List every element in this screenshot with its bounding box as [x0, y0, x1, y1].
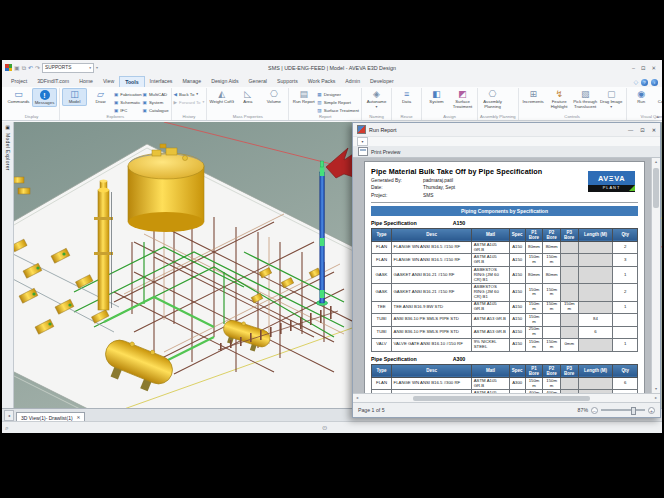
cell: GASK	[372, 284, 392, 301]
ribbon-button-simple-report[interactable]: ▥Simple Report	[317, 98, 359, 106]
ribbon-button-feature-highlight[interactable]: ↯Feature Highlight	[547, 88, 572, 110]
ribbon-tab-3dfindit-com[interactable]: 3DFindIT.com	[32, 76, 74, 87]
restore-button[interactable]: ⊡	[641, 65, 646, 71]
ribbon-button-run[interactable]: ◉Run	[629, 88, 654, 106]
ribbon-button-back-to[interactable]: ◀Back To▾	[174, 90, 205, 98]
info-icon[interactable]: i	[651, 79, 658, 86]
ribbon-tab-design-aids[interactable]: Design Aids	[206, 76, 243, 87]
ribbon-group-naming: ◈Autoname▾Naming	[362, 88, 392, 120]
explorer-check-ifc[interactable]: ▣IFC	[114, 106, 142, 114]
qat-customize-icon[interactable]: ▾	[96, 64, 98, 72]
ribbon-button-run-report[interactable]: ▤Run Report	[291, 88, 316, 106]
storage-tank[interactable]	[128, 144, 204, 232]
button-label: Draw	[95, 100, 105, 105]
dialog-title-bar[interactable]: Run Report — ⊡ ✕	[353, 123, 660, 136]
cell: 2	[613, 241, 638, 253]
view-tab-close-icon[interactable]: ✕	[77, 415, 81, 420]
dialog-minimize-button[interactable]: —	[628, 127, 633, 133]
ribbon-button-commands[interactable]: ▭Commands	[6, 88, 31, 106]
toolbar-dropdown-button[interactable]: ▾	[357, 137, 368, 146]
ribbon-tab-tools[interactable]: Tools	[119, 76, 144, 87]
ribbon-button-assembly-planning[interactable]: ⎔Assembly Planning	[480, 88, 505, 110]
cell: ASBESTOS RING (JM 60 CR) B1	[472, 266, 509, 283]
surface-treatment-icon: ▨	[317, 108, 321, 113]
button-label: Volume	[267, 100, 281, 105]
ribbon-button-forward-to[interactable]: ▶Forward To▾	[174, 98, 205, 106]
ribbon-group-display: ▭Commands!MessagesDisplay	[4, 88, 60, 120]
ribbon-button-model[interactable]: ◫Model	[62, 88, 87, 106]
ribbon-button-surface-treatment[interactable]: ▨Surface Treatment	[317, 106, 359, 114]
ribbon-button-drag-image[interactable]: ▢Drag Image▾	[599, 88, 624, 109]
ribbon-tab-view[interactable]: View	[98, 76, 119, 87]
app-icon[interactable]	[5, 64, 12, 71]
explorer-check-catalogue[interactable]: ▣Catalogue	[143, 106, 169, 114]
ribbon-tab-admin[interactable]: Admin	[340, 76, 365, 87]
explorer-check-system[interactable]: ▣System	[143, 98, 169, 106]
ribbon-button-system[interactable]: ◧System	[424, 88, 449, 106]
ribbon-tab-project[interactable]: Project	[6, 76, 32, 87]
report-preview-area[interactable]: Pipe Material Bulk Take Off by Pipe Spec…	[353, 158, 660, 393]
ribbon-button-surface-treatment[interactable]: ◩Surface Treatment	[450, 88, 475, 110]
dialog-close-button[interactable]: ✕	[652, 127, 656, 133]
model-explorer-strip[interactable]: ▣ Model Explorer	[2, 122, 14, 408]
cell: 150mm	[543, 301, 561, 313]
close-button[interactable]: ✕	[651, 65, 656, 71]
horizontal-scroll-thumb[interactable]	[413, 396, 590, 401]
ribbon-button-pick-through-translucent[interactable]: ▧Pick through Translucent	[573, 88, 598, 110]
horizontal-scrollbar[interactable]: ◄ ►	[353, 393, 660, 402]
ribbon-button-autoname[interactable]: ◈Autoname▾	[364, 88, 389, 109]
catalogue-icon: ▣	[143, 108, 147, 113]
ribbon-tab-manage[interactable]: Manage	[177, 76, 206, 87]
command-search-icon[interactable]: ⌕	[5, 424, 9, 432]
ribbon-tab-supports[interactable]: Supports	[272, 76, 303, 87]
vertical-scroll-thumb[interactable]	[653, 168, 659, 208]
scroll-left-icon[interactable]: ◄	[353, 394, 361, 402]
selection-combo[interactable]: SUPPORTS ▾	[42, 63, 94, 73]
ribbon-tab-interfaces[interactable]: Interfaces	[145, 76, 178, 87]
explorer-check-schematic[interactable]: ▣Schematic	[114, 98, 142, 106]
tab-scroll-left-icon[interactable]: ◂	[4, 410, 14, 421]
collapse-ribbon-icon[interactable]: ▲	[656, 114, 660, 119]
cell: TEE	[372, 301, 392, 313]
scroll-right-icon[interactable]: ►	[652, 394, 660, 402]
ribbon-button-designer[interactable]: ▦Designer	[317, 90, 359, 98]
help-icon[interactable]: ?	[641, 79, 648, 86]
ribbon-group-report: ▤Run Report▦Designer▥Simple Report▨Surfa…	[289, 88, 362, 120]
save-icon[interactable]: ▣	[14, 64, 20, 72]
screen: { "window": { "title": "SMS | UDE-ENG-FE…	[0, 0, 664, 498]
window-controls: – ⊡ ✕	[632, 65, 662, 71]
ribbon-tab-general[interactable]: General	[244, 76, 272, 87]
copy-icon[interactable]: ⧉	[22, 64, 26, 72]
zoom-in-button[interactable]: +	[648, 407, 655, 414]
page-indicator: Page 1 of 5	[358, 407, 385, 413]
undo-icon[interactable]: ↶	[28, 64, 33, 72]
ribbon-button-data[interactable]: ≡Data	[394, 88, 419, 106]
ribbon-tab-developer[interactable]: Developer	[365, 76, 399, 87]
print-preview-label: Print Preview	[371, 149, 400, 155]
search-icon[interactable]: ◇	[633, 79, 638, 86]
ribbon-tab-home[interactable]: Home	[74, 76, 98, 87]
ribbon-button-configure[interactable]: ◎Configure	[655, 88, 662, 106]
zoom-slider-thumb[interactable]	[631, 407, 636, 416]
print-preview-tab[interactable]: Print Preview	[353, 146, 660, 158]
vertical-scrollbar[interactable]: ▲ ▼	[651, 158, 660, 393]
minimize-button[interactable]: –	[632, 65, 635, 71]
ribbon-button-weight-cofg[interactable]: ◭Weight CofG	[209, 88, 234, 106]
ribbon-button-area[interactable]: ◺Area	[235, 88, 260, 106]
scroll-down-icon[interactable]: ▼	[652, 385, 660, 393]
ribbon-button-messages[interactable]: !Messages	[32, 88, 57, 107]
redo-icon[interactable]: ↷	[35, 64, 40, 72]
explorer-check-multicad[interactable]: ▣MultiCAD	[143, 90, 169, 98]
zoom-out-button[interactable]: −	[591, 407, 598, 414]
ribbon-button-draw[interactable]: ▱Draw	[88, 88, 113, 106]
zoom-slider[interactable]	[601, 409, 645, 411]
dialog-restore-button[interactable]: ⊡	[640, 127, 644, 133]
scroll-up-icon[interactable]: ▲	[652, 158, 660, 166]
feedback-icon[interactable]: ⊙	[322, 424, 327, 432]
ribbon-button-volume[interactable]: ⎔Volume	[261, 88, 286, 106]
explorer-check-fabrication[interactable]: ▣Fabrication	[114, 90, 142, 98]
plant-logo-text: PLANT	[588, 185, 635, 192]
ribbon-tab-work-packs[interactable]: Work Packs	[303, 76, 341, 87]
cell: 3	[613, 254, 638, 266]
ribbon-button-increments[interactable]: ⊞Increments	[521, 88, 546, 106]
